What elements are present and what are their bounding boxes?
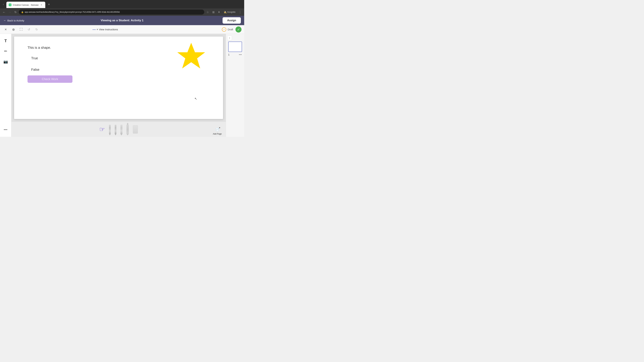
- camera-tool-button[interactable]: 📷: [1, 57, 10, 66]
- question-text: This is a shape.: [28, 46, 51, 50]
- dash-icon: —: [92, 27, 96, 31]
- incognito-label: Incognito: [227, 11, 236, 13]
- profile-button[interactable]: 🕵 Incognito: [222, 10, 237, 14]
- eraser-icon: [133, 125, 138, 134]
- nav-back-button[interactable]: ←: [2, 10, 6, 14]
- close-canvas-button[interactable]: ×: [3, 26, 9, 32]
- page-title: Viewing as a Student: Activity 1: [100, 19, 144, 22]
- eraser-tool-button[interactable]: [133, 124, 138, 135]
- pencil-3-icon: [120, 125, 122, 134]
- tab-favicon: S: [9, 3, 12, 6]
- more-tools-button[interactable]: •••: [1, 125, 10, 134]
- tab-close-button[interactable]: ×: [40, 3, 43, 6]
- address-text: app.seesaw.me/#/activities/library?my_li…: [25, 11, 202, 13]
- canvas-wrapper: This is a shape. True False Check Work ↖…: [12, 34, 226, 137]
- draft-icon: ✓: [222, 27, 226, 32]
- star-svg: [176, 41, 206, 72]
- false-option[interactable]: False: [29, 66, 42, 73]
- check-work-button[interactable]: Check Work: [28, 75, 72, 83]
- toolbar-right: ✓ Draft ✓: [222, 26, 242, 32]
- pointer-tool-button[interactable]: ☞: [99, 126, 105, 133]
- main-layout: T ✏ 📷 ••• This is a shape. True False Ch…: [0, 34, 244, 137]
- marker-icon: [126, 125, 129, 134]
- pen-icon: ✏: [4, 49, 7, 53]
- canvas-toolbar: × ⊕ ⛶ ↺ ↻ — View Instructions ✓ Draft ✓: [0, 25, 244, 34]
- dot-indicator: [97, 29, 98, 30]
- app-header: ← Back to Activity Viewing as a Student:…: [0, 16, 244, 25]
- zoom-in-button[interactable]: ⊕: [10, 26, 16, 32]
- download-button[interactable]: ⬇: [217, 10, 221, 14]
- bookmark-button[interactable]: ☆: [205, 10, 210, 14]
- browser-nav-back[interactable]: ‹: [1, 2, 5, 6]
- text-tool-button[interactable]: T: [1, 36, 10, 45]
- undo-button[interactable]: ↺: [26, 26, 32, 32]
- address-bar-row: ← → ↻ 🔒 app.seesaw.me/#/activities/libra…: [0, 8, 244, 16]
- browser-tab-active[interactable]: S Creative Canvas - Seesaw ×: [6, 2, 45, 8]
- browser-menu-button[interactable]: ⋮: [238, 10, 242, 14]
- nav-reload-button[interactable]: ↻: [13, 10, 18, 14]
- page-number-row: 1 •••: [228, 53, 242, 56]
- panel-expand-arrow[interactable]: ›: [227, 35, 232, 40]
- pencil-tool-2-button[interactable]: [115, 124, 116, 135]
- complete-check-button[interactable]: ✓: [236, 26, 242, 32]
- fullscreen-button[interactable]: ⛶: [18, 26, 24, 32]
- add-page-button[interactable]: 📄 + Add Page: [213, 126, 222, 135]
- right-panel: › 1 •••: [226, 34, 244, 137]
- pencil-tool-3-button[interactable]: [120, 124, 122, 135]
- draft-status[interactable]: ✓ Draft: [222, 27, 233, 32]
- pen-tool-button[interactable]: ✏: [1, 47, 10, 56]
- page-number: 1: [228, 53, 230, 56]
- tab-title: Creative Canvas - Seesaw: [13, 4, 38, 6]
- new-tab-button[interactable]: +: [46, 2, 52, 7]
- extensions-button[interactable]: ⊞: [211, 10, 216, 14]
- pencil-tool-1-button[interactable]: [109, 124, 111, 135]
- svg-marker-0: [178, 43, 204, 68]
- page-options-button[interactable]: •••: [239, 53, 242, 56]
- address-lock-icon: 🔒: [21, 11, 24, 13]
- camera-icon: 📷: [3, 59, 8, 64]
- canvas-content[interactable]: This is a shape. True False Check Work ↖: [14, 36, 223, 119]
- page-thumbnail[interactable]: [228, 41, 242, 52]
- assign-button[interactable]: Assign: [222, 17, 241, 24]
- browser-chrome: ‹ S Creative Canvas - Seesaw × +: [0, 0, 244, 8]
- back-to-activity-label: Back to Activity: [8, 19, 24, 22]
- view-instructions-button[interactable]: — View Instructions: [92, 27, 118, 31]
- back-to-activity-button[interactable]: ← Back to Activity: [3, 19, 24, 22]
- address-bar[interactable]: 🔒 app.seesaw.me/#/activities/library?my_…: [19, 9, 204, 14]
- nav-forward-button[interactable]: →: [8, 10, 12, 14]
- add-page-label: Add Page: [213, 133, 222, 135]
- bottom-toolbar: ☞: [12, 122, 226, 137]
- pencil-1-icon: [109, 125, 111, 134]
- incognito-icon: 🕵: [224, 11, 226, 13]
- left-toolbar: T ✏ 📷 •••: [0, 34, 12, 137]
- view-instructions-label: View Instructions: [99, 28, 118, 31]
- pointer-icon: ☞: [99, 126, 105, 133]
- cursor-indicator: ↖: [194, 97, 197, 100]
- redo-button[interactable]: ↻: [34, 26, 40, 32]
- more-icon: •••: [4, 128, 8, 132]
- add-page-icon: 📄 +: [214, 126, 220, 132]
- star-shape: [176, 41, 206, 72]
- pencil-2-icon: [115, 125, 116, 134]
- marker-tool-button[interactable]: [126, 124, 129, 135]
- back-arrow-icon: ←: [3, 19, 6, 22]
- true-option[interactable]: True: [29, 55, 40, 61]
- draft-label: Draft: [228, 28, 233, 31]
